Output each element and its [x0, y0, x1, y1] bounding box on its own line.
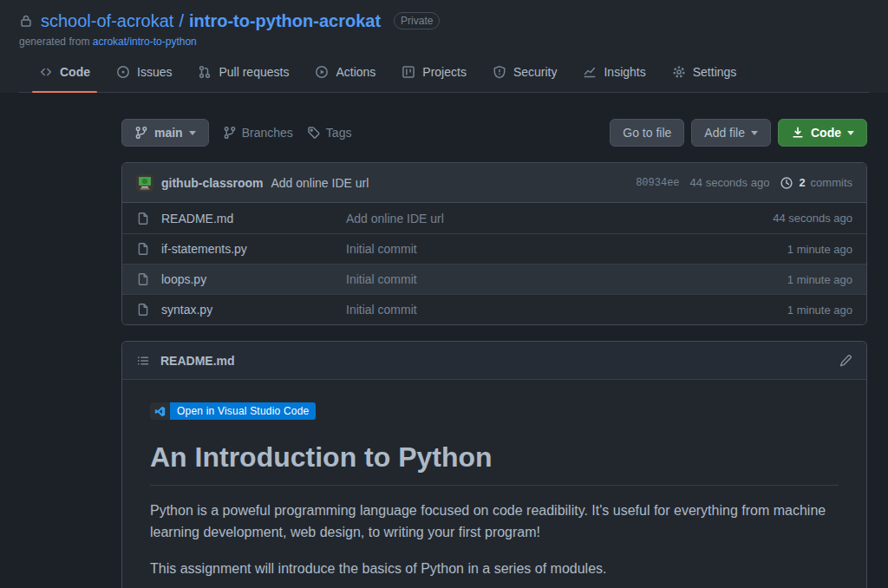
shield-icon — [493, 65, 506, 79]
file-name-link[interactable]: loops.py — [161, 272, 346, 286]
go-to-file-button[interactable]: Go to file — [610, 119, 684, 147]
open-in-vscode-badge[interactable]: Open in Visual Studio Code — [150, 402, 316, 420]
file-name-link[interactable]: if-statements.py — [161, 242, 346, 256]
commit-count: 2 — [799, 176, 805, 189]
tab-code[interactable]: Code — [32, 60, 97, 92]
avatar[interactable] — [136, 174, 153, 192]
readme-filename[interactable]: README.md — [160, 354, 235, 368]
branch-name: main — [154, 124, 183, 141]
file-commit-time: 1 minute ago — [787, 273, 852, 286]
file-commit-time: 44 seconds ago — [773, 212, 852, 225]
visibility-badge: Private — [394, 12, 440, 29]
latest-commit-bar: github-classroom Add online IDE url 8093… — [122, 163, 866, 203]
commit-meta: 80934ee 44 seconds ago 2 commits — [636, 176, 852, 190]
file-icon — [136, 212, 150, 225]
tags-label: Tags — [326, 126, 352, 140]
table-row[interactable]: loops.py Initial commit 1 minute ago — [122, 264, 866, 294]
code-button[interactable]: Code — [778, 119, 867, 147]
repo-name-link[interactable]: intro-to-python-acrokat — [189, 9, 381, 33]
repo-toolbar: main Branches T — [121, 119, 867, 147]
repo-nav: Code Issues Pull requests — [19, 60, 869, 93]
branches-link[interactable]: Branches — [223, 126, 293, 140]
file-commit-message-link[interactable]: Add online IDE url — [346, 212, 773, 225]
file-name-link[interactable]: README.md — [161, 212, 346, 225]
history-icon — [780, 176, 793, 190]
pull-request-icon — [198, 65, 212, 79]
chevron-down-icon — [847, 131, 854, 135]
file-commit-message-link[interactable]: Initial commit — [346, 242, 787, 256]
file-icon — [136, 272, 150, 286]
readme-box: README.md Open in Visual Studio Code — [121, 341, 867, 588]
branch-icon — [134, 126, 148, 140]
file-commit-message-link[interactable]: Initial commit — [346, 303, 787, 317]
tab-insights[interactable]: Insights — [576, 60, 652, 92]
tab-label: Security — [513, 65, 558, 79]
readme-heading: An Introduction to Python — [150, 440, 839, 486]
commit-hash-link[interactable]: 80934ee — [636, 177, 679, 189]
tab-label: Settings — [693, 65, 737, 79]
tab-settings[interactable]: Settings — [665, 60, 744, 92]
file-commit-message-link[interactable]: Initial commit — [346, 272, 787, 286]
tab-label: Code — [60, 65, 90, 79]
commit-timestamp: 44 seconds ago — [690, 176, 770, 189]
issue-icon — [116, 65, 130, 79]
add-file-label: Add file — [704, 124, 745, 141]
list-icon[interactable] — [136, 354, 150, 368]
branch-selector-button[interactable]: main — [121, 119, 209, 147]
commit-message-link[interactable]: Add online IDE url — [271, 176, 369, 190]
file-commit-time: 1 minute ago — [787, 243, 852, 256]
table-row[interactable]: syntax.py Initial commit 1 minute ago — [122, 294, 866, 324]
repo-breadcrumb: school-of-acrokat / intro-to-python-acro… — [41, 9, 381, 33]
project-icon — [402, 65, 415, 79]
play-icon — [315, 65, 329, 79]
badge-label: Open in Visual Studio Code — [170, 402, 316, 420]
tags-link[interactable]: Tags — [307, 126, 352, 140]
file-icon — [136, 303, 150, 317]
repo-header: school-of-acrokat / intro-to-python-acro… — [0, 0, 888, 93]
code-button-label: Code — [811, 124, 841, 141]
tab-security[interactable]: Security — [486, 60, 565, 92]
file-commit-time: 1 minute ago — [787, 304, 852, 317]
main-content: main Branches T — [0, 93, 888, 588]
readme-header: README.md — [122, 342, 866, 380]
pencil-icon[interactable] — [839, 354, 852, 368]
vscode-icon — [150, 402, 170, 420]
branch-icon — [223, 126, 237, 140]
file-icon — [136, 242, 150, 256]
tab-label: Pull requests — [219, 65, 289, 79]
repo-title-row: school-of-acrokat / intro-to-python-acro… — [19, 9, 869, 33]
tab-projects[interactable]: Projects — [395, 60, 473, 92]
tab-issues[interactable]: Issues — [109, 60, 179, 92]
tab-actions[interactable]: Actions — [308, 60, 382, 92]
table-row[interactable]: README.md Add online IDE url 44 seconds … — [122, 203, 866, 233]
readme-paragraph: Python is a poweful programming language… — [150, 500, 839, 544]
toolbar-right: Go to file Add file Code — [610, 119, 867, 147]
tab-pull-requests[interactable]: Pull requests — [191, 60, 296, 92]
breadcrumb-separator: / — [179, 9, 184, 33]
branches-label: Branches — [242, 126, 293, 140]
gear-icon — [672, 65, 686, 79]
tab-label: Projects — [422, 65, 467, 79]
tag-icon — [307, 126, 321, 140]
commits-label: commits — [811, 176, 852, 189]
lock-icon — [19, 14, 33, 28]
tab-label: Issues — [137, 65, 172, 79]
code-icon — [39, 65, 53, 79]
table-row[interactable]: if-statements.py Initial commit 1 minute… — [122, 233, 866, 264]
generated-from-link[interactable]: acrokat/intro-to-python — [93, 36, 197, 48]
commit-history-link[interactable]: 2 commits — [780, 176, 852, 190]
chevron-down-icon — [189, 131, 196, 135]
commit-author-link[interactable]: github-classroom — [161, 176, 263, 190]
graph-icon — [583, 65, 597, 79]
file-name-link[interactable]: syntax.py — [161, 303, 346, 317]
tab-label: Insights — [604, 65, 645, 79]
file-browser-box: github-classroom Add online IDE url 8093… — [121, 162, 867, 325]
add-file-button[interactable]: Add file — [691, 119, 771, 147]
readme-paragraph: This assignment will introduce the basic… — [150, 558, 839, 580]
readme-body: Open in Visual Studio Code An Introducti… — [122, 380, 866, 588]
tab-label: Actions — [336, 65, 375, 79]
generated-from-label: generated from — [19, 36, 89, 48]
download-icon — [791, 126, 805, 140]
generated-from: generated from acrokat/intro-to-python — [19, 36, 869, 48]
repo-owner-link[interactable]: school-of-acrokat — [41, 9, 173, 33]
